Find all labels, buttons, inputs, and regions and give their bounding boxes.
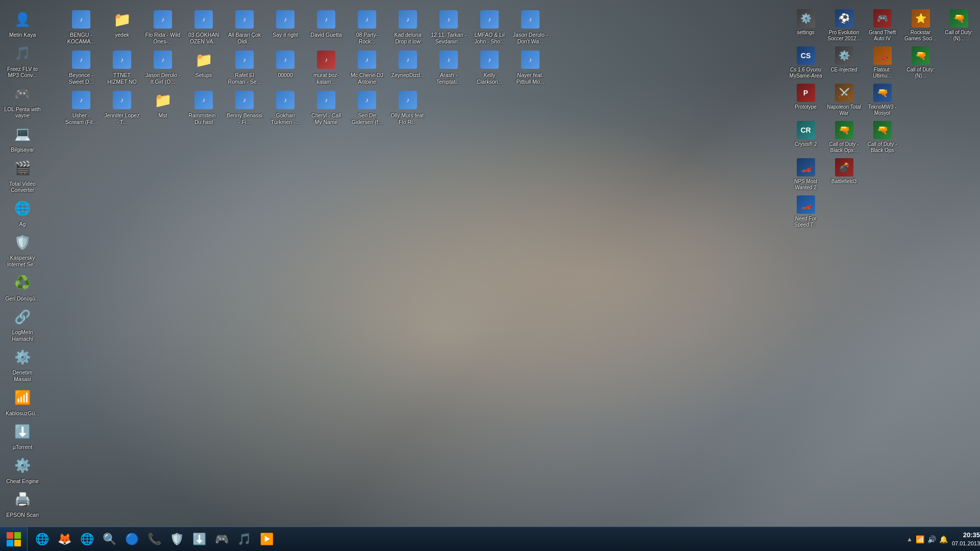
- icon-cheat-engine[interactable]: ⚙️ Cheat Engine: [2, 453, 43, 487]
- icon-bengu[interactable]: ♪ BENGU - KOCAMA...: [61, 6, 102, 46]
- icon-label-jennifer-lopez: Jennifer Lopez - T...: [104, 112, 140, 125]
- taskbar-date-display: 07.01.2013: [952, 540, 980, 547]
- icon-flo-rida[interactable]: ♪ Flo Rida - Wild Ones-...: [142, 6, 183, 46]
- icon-pro-evolution[interactable]: ⚽ Pro Evolution Soccer 2012...: [825, 6, 863, 43]
- icon-label-ce-injected: CE-Injected: [830, 67, 857, 73]
- icon-ce-injected[interactable]: ⚙️ CE-Injected: [825, 43, 863, 81]
- icon-nayer[interactable]: ♪ Nayer feat. Pitbull Mo...: [510, 46, 551, 87]
- icon-zeynep[interactable]: ♪ ZeynepDizd...: [387, 46, 428, 87]
- icon-mst[interactable]: 📁 Mst: [142, 87, 183, 127]
- icon-jason-girl[interactable]: ♪ Jason Derulo - It Girl (O...: [142, 46, 183, 87]
- icon-label-cheat-engine: Cheat Engine: [6, 478, 39, 485]
- icon-label-benny: Benny Benassi - Fi...: [226, 112, 263, 125]
- icon-label-pro-evolution: Pro Evolution Soccer 2012...: [826, 30, 862, 42]
- system-tray: ▲ 📶 🔊 🔔: [902, 535, 952, 543]
- icon-epson[interactable]: 🖨️ EPSON Scan: [2, 486, 43, 520]
- taskbar-firefox-icon[interactable]: 🦊: [54, 529, 75, 549]
- icon-label-bengu: BENGU - KOCAMA...: [63, 32, 100, 44]
- icon-bilgisayar[interactable]: 💻 Bilgisayar: [2, 121, 43, 155]
- icon-total-video[interactable]: 🎬 Total Video Converter: [2, 155, 43, 195]
- icon-label-kablosuz: KablosuzGü...: [6, 410, 39, 417]
- icon-logmein[interactable]: 🔗 LogMeIn Hamachi: [2, 304, 43, 344]
- icon-call-duty-ops1[interactable]: 🔫 Call of Duty - Black Ops...: [825, 118, 863, 155]
- icon-freez-flv[interactable]: 🎵 Freez FLV to MP3 Conv...: [2, 40, 43, 81]
- icon-00000[interactable]: ♪ 00000: [265, 46, 306, 87]
- icon-kad-deluna[interactable]: ♪ Kad deluna Drop it low: [387, 6, 428, 46]
- icon-david-guetta[interactable]: ♪ David Guetta: [306, 6, 347, 46]
- icon-08-party[interactable]: ♪ 08 Party-Rock...: [347, 6, 387, 46]
- icon-kaspersky[interactable]: 🛡️ Kaspersky Internet Se...: [2, 229, 43, 269]
- icon-rafet[interactable]: ♪ Rafet El Roman - Se...: [224, 46, 265, 87]
- icon-cheryl[interactable]: ♪ Cheryl - Call My Name: [306, 87, 347, 127]
- icon-yedek[interactable]: 📁 yedek: [102, 6, 142, 46]
- taskbar-winamp-icon[interactable]: 🎵: [234, 529, 254, 549]
- icon-kablosuz[interactable]: 📶 KablosuzGü...: [2, 385, 43, 419]
- icon-flatout[interactable]: 🏎️ Flatout: Ultimu...: [863, 43, 901, 81]
- icon-ag[interactable]: 🌐 Ag: [2, 195, 43, 230]
- icon-label-call-duty-n: Call of Duty:(N)...: [941, 30, 976, 42]
- icon-beyonce[interactable]: ♪ Beyonce - Sweet D...: [61, 46, 102, 87]
- icon-tarkan[interactable]: ♪ 12 11. Tarkan - Sevdanin...: [428, 6, 469, 46]
- tray-volume-icon[interactable]: 🔊: [927, 535, 936, 543]
- icon-murat[interactable]: ♪ murat boz-kalam...: [306, 46, 347, 87]
- taskbar-media-icon[interactable]: ▶️: [256, 529, 277, 549]
- icon-call-duty-n2[interactable]: 🔫 Call of Duty:(N)...: [901, 43, 940, 81]
- icon-call-duty-ops2[interactable]: 🔫 Call of Duty - Black Ops: [863, 118, 901, 155]
- icon-usher-scream[interactable]: ♪ Usher - Scream (Fil...: [61, 87, 102, 127]
- icon-nfs-wanted[interactable]: 🏎️ NPS Most Wanted 2: [787, 155, 825, 192]
- icon-settings[interactable]: ⚙️ settings: [787, 6, 825, 43]
- icon-benny[interactable]: ♪ Benny Benassi - Fi...: [224, 87, 265, 127]
- taskbar-yandex-icon[interactable]: 🔍: [99, 529, 119, 549]
- icon-ali-baran[interactable]: ♪ Ali Baran Çok Oldi...: [224, 6, 265, 46]
- icon-rammstein[interactable]: ♪ Rammstein - Du hast: [183, 87, 224, 127]
- taskbar-ie-icon[interactable]: 🌐: [32, 529, 52, 549]
- icon-geri[interactable]: ♻️ Geri Dönüşü...: [2, 270, 43, 304]
- taskbar-utorrent-icon[interactable]: ⬇️: [189, 529, 209, 549]
- icon-gokhan-turkmen[interactable]: ♪ Gokhan Türkmen -...: [265, 87, 306, 127]
- taskbar-kaspersky-icon[interactable]: 🛡️: [166, 529, 187, 549]
- icon-napoleon[interactable]: ⚔️ Napoleon Total War: [825, 81, 863, 118]
- icon-label-yedek: yedek: [115, 32, 129, 38]
- taskbar-chrome-icon[interactable]: 🌐: [77, 529, 97, 549]
- right-icon-column: ⚙️ settings ⚽ Pro Evolution Soccer 2012.…: [785, 4, 980, 232]
- icon-metin-kaya[interactable]: 👤 Metin Kaya: [2, 6, 43, 40]
- icon-battlefield[interactable]: 💣 Battlefield3: [825, 155, 863, 192]
- icon-jason-derulo[interactable]: ♪ Jason Derulo - Don't Wa...: [510, 6, 551, 46]
- icon-mc-cherie[interactable]: ♪ Mc Cherie-DJ Antoine: [347, 46, 387, 87]
- icon-nfs-speed[interactable]: 🏎️ Need For Speed T...: [787, 192, 825, 230]
- icon-sen-de[interactable]: ♪ Sen De Gidersen (f...: [347, 87, 387, 127]
- icon-prototype[interactable]: P Prototype: [787, 81, 825, 118]
- icon-kelly[interactable]: ♪ Kelly Clarkson...: [469, 46, 510, 87]
- icon-label-ali-baran: Ali Baran Çok Oldi...: [226, 32, 263, 44]
- icon-label-nfs-speed: Need For Speed T...: [788, 216, 823, 228]
- taskbar-clock[interactable]: 20:35 07.01.2013: [952, 531, 980, 548]
- icon-setups[interactable]: 📁 Setups: [183, 46, 224, 87]
- icon-technomw3[interactable]: 🔫 TeknoMW3 - Mosyol: [863, 81, 901, 118]
- icon-say-it-right[interactable]: ♪ Say it right: [265, 6, 306, 46]
- icon-label-nfs-wanted: NPS Most Wanted 2: [788, 179, 823, 191]
- tray-expand-icon[interactable]: ▲: [906, 536, 913, 543]
- taskbar-steam-icon[interactable]: 🎮: [211, 529, 232, 549]
- icon-crysis2[interactable]: CR Crysis® 2: [787, 118, 825, 155]
- icon-ttnet[interactable]: ♪ TTNET HIZMET NO: [102, 46, 142, 87]
- icon-arash[interactable]: ♪ Arash - Temptati...: [428, 46, 469, 87]
- icon-gta[interactable]: 🎮 Grand Theft Auto:IV: [863, 6, 901, 43]
- icon-os-gokhan[interactable]: ♪ 03 GOKHAN OZEN VA...: [183, 6, 224, 46]
- icon-lol[interactable]: 🎮 LOL Penta with vayne: [2, 81, 43, 121]
- icon-lmfao[interactable]: ♪ LMFAO & Lil John - Sho...: [469, 6, 510, 46]
- icon-utorrent[interactable]: ⬇️ µTorrent: [2, 418, 43, 453]
- taskbar-app1-icon[interactable]: 🔵: [121, 529, 142, 549]
- icon-olly-murs[interactable]: ♪ Olly Murs feat. Flo Ri...: [387, 87, 428, 127]
- tray-action-center-icon[interactable]: 🔔: [939, 535, 948, 543]
- icon-cs16[interactable]: CS Cs 1.6 Oyunu MySame-Area: [787, 43, 825, 81]
- taskbar-skype-icon[interactable]: 📞: [144, 529, 164, 549]
- icon-label-usher-scream: Usher - Scream (Fil...: [63, 112, 100, 125]
- right-row-2: CS Cs 1.6 Oyunu MySame-Area ⚙️ CE-Inject…: [787, 43, 978, 81]
- icon-rockstar[interactable]: ⭐ Rockstar Games Soci...: [901, 6, 940, 43]
- tray-network-icon[interactable]: 📶: [916, 535, 924, 543]
- icon-jennifer-lopez[interactable]: ♪ Jennifer Lopez - T...: [102, 87, 142, 127]
- icon-call-duty-n[interactable]: 🔫 Call of Duty:(N)...: [940, 6, 978, 43]
- icon-label-kad-deluna: Kad deluna Drop it low: [389, 32, 426, 44]
- icon-denetim[interactable]: ⚙️ Denetim Masasi: [2, 344, 43, 384]
- start-button[interactable]: [0, 527, 28, 552]
